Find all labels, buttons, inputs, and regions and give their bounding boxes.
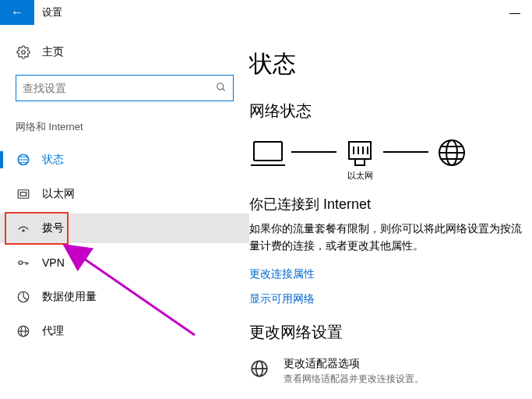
sidebar-item-label: 数据使用量: [42, 290, 97, 304]
svg-rect-5: [20, 192, 26, 196]
home-label: 主页: [42, 45, 64, 59]
ethernet-icon: [16, 187, 31, 201]
sidebar-item-vpn[interactable]: VPN: [0, 248, 249, 277]
adapter-icon: [249, 358, 273, 382]
ethernet-node: 以太网: [341, 137, 379, 181]
gear-icon: [16, 45, 31, 59]
sidebar-item-label: 以太网: [42, 187, 75, 201]
show-available-networks-link[interactable]: 显示可用网络: [249, 292, 532, 306]
sidebar-section-header: 网络和 Internet: [0, 120, 249, 145]
network-status-heading: 网络状态: [249, 101, 532, 122]
sidebar-item-dialup[interactable]: 拨号: [0, 214, 249, 243]
search-icon: [216, 82, 227, 95]
sidebar-item-label: 状态: [42, 153, 64, 167]
search-input[interactable]: [23, 82, 216, 94]
dialup-icon: [16, 221, 31, 235]
change-adapter-options[interactable]: 更改适配器选项 查看网络适配器并更改连接设置。: [249, 357, 532, 386]
window-title: 设置: [42, 5, 62, 19]
svg-point-6: [23, 230, 24, 231]
svg-point-1: [217, 83, 224, 89]
globe-node: [433, 137, 470, 181]
search-input-wrapper[interactable]: [16, 75, 234, 101]
adapter-title: 更改适配器选项: [284, 357, 424, 371]
main-content: 状态 网络状态 以太网 你已连接到 Internet 如果你的流量套餐有限制，则…: [249, 25, 532, 399]
proxy-icon: [16, 324, 31, 338]
ethernet-caption: 以太网: [347, 170, 373, 181]
svg-line-2: [223, 88, 225, 90]
sidebar-item-data-usage[interactable]: 数据使用量: [0, 282, 249, 312]
sidebar: 主页 网络和 Internet 状态 以太网 拨号: [0, 25, 249, 399]
change-network-settings-heading: 更改网络设置: [249, 322, 532, 343]
sidebar-item-label: 代理: [42, 324, 64, 338]
connection-line: [291, 151, 336, 153]
data-usage-icon: [16, 290, 31, 304]
adapter-subtitle: 查看网络适配器并更改连接设置。: [284, 373, 424, 386]
network-diagram: 以太网: [249, 137, 532, 181]
sidebar-item-label: 拨号: [42, 221, 64, 235]
svg-rect-14: [355, 159, 365, 165]
svg-rect-4: [18, 190, 29, 199]
vpn-icon: [16, 256, 31, 270]
svg-rect-11: [254, 142, 282, 161]
connected-title: 你已连接到 Internet: [249, 195, 532, 214]
home-button[interactable]: 主页: [0, 41, 249, 64]
svg-point-0: [22, 51, 26, 55]
change-connection-properties-link[interactable]: 更改连接属性: [249, 267, 532, 281]
back-button[interactable]: ←: [0, 0, 34, 25]
svg-point-7: [19, 261, 23, 265]
device-node: [249, 137, 287, 181]
page-heading: 状态: [249, 48, 532, 80]
sidebar-item-status[interactable]: 状态: [0, 145, 249, 175]
minimize-button[interactable]: —: [498, 0, 532, 25]
sidebar-item-label: VPN: [42, 256, 65, 269]
connected-description: 如果你的流量套餐有限制，则你可以将此网络设置为按流量计费的连接，或者更改其他属性…: [249, 220, 532, 255]
sidebar-item-ethernet[interactable]: 以太网: [0, 179, 249, 209]
connection-line: [383, 151, 428, 153]
sidebar-item-proxy[interactable]: 代理: [0, 316, 249, 346]
status-icon: [16, 153, 31, 167]
